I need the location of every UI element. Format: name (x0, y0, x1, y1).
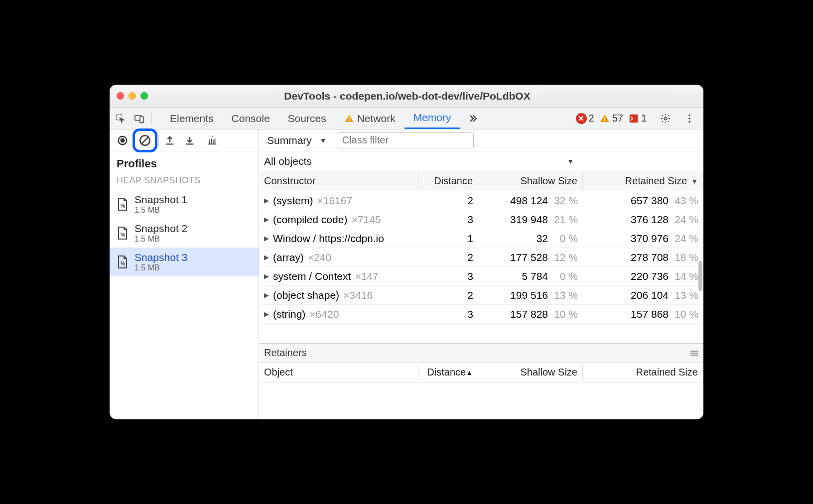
table-row[interactable]: ▶(string) ×64203157 82810 %157 86810 % (259, 305, 703, 324)
file-icon: % (117, 255, 129, 269)
clear-all-highlighted[interactable] (133, 128, 157, 152)
record-button[interactable] (113, 130, 133, 150)
constructor-name: (system) (273, 195, 313, 207)
ret-col-distance[interactable]: Distance▲ (418, 364, 478, 381)
col-retained[interactable]: Retained Size▼ (583, 172, 703, 190)
svg-line-15 (142, 137, 148, 143)
instance-count: ×3416 (343, 289, 373, 301)
separator (158, 134, 159, 146)
svg-rect-5 (604, 117, 605, 120)
constructor-name: (array) (273, 252, 304, 263)
settings-gear-icon[interactable] (658, 111, 674, 126)
device-toggle-icon[interactable] (132, 111, 147, 126)
more-tabs-chevron[interactable] (466, 113, 478, 125)
save-profile-button[interactable] (180, 130, 200, 150)
retained-value: 657 380 (631, 195, 669, 207)
retained-value: 278 708 (631, 252, 669, 263)
expand-triangle-icon[interactable]: ▶ (264, 253, 269, 261)
svg-point-13 (120, 138, 125, 142)
expand-triangle-icon[interactable]: ▶ (264, 272, 269, 280)
shallow-pct: 0 % (553, 233, 578, 245)
distance-value: 3 (418, 212, 478, 228)
distance-value: 2 (418, 193, 478, 209)
issues-count[interactable]: 1 (628, 113, 647, 124)
status-counters: ✕ 2 57 1 (576, 111, 701, 126)
snapshot-item[interactable]: %Snapshot 31.5 MB (110, 248, 259, 276)
minimize-window-button[interactable] (129, 92, 136, 100)
table-row[interactable]: ▶Window / https://cdpn.io 1320 %370 9762… (259, 229, 703, 248)
retained-pct: 13 % (674, 289, 698, 301)
svg-rect-7 (630, 114, 638, 123)
warning-count[interactable]: 57 (599, 113, 623, 124)
shallow-pct: 21 % (553, 214, 578, 226)
tab-memory[interactable]: Memory (405, 108, 460, 129)
expand-triangle-icon[interactable]: ▶ (264, 310, 269, 318)
ret-col-retained[interactable]: Retained Size (583, 364, 703, 381)
col-shallow[interactable]: Shallow Size (478, 172, 583, 190)
tab-sources[interactable]: Sources (279, 109, 335, 128)
shallow-value: 5 784 (522, 270, 548, 282)
col-constructor[interactable]: Constructor (259, 172, 418, 190)
constructors-grid: Constructor Distance Shallow Size Retain… (259, 171, 703, 419)
retained-pct: 43 % (674, 195, 698, 207)
snapshot-name: Snapshot 2 (135, 223, 187, 235)
close-window-button[interactable] (117, 92, 124, 100)
svg-rect-4 (349, 120, 350, 121)
expand-triangle-icon[interactable]: ▶ (264, 197, 269, 204)
tab-network[interactable]: Network (335, 109, 405, 128)
ret-col-shallow[interactable]: Shallow Size (478, 364, 583, 381)
col-distance[interactable]: Distance (418, 172, 478, 190)
main-toolbar: Elements Console Sources Network Memory … (110, 108, 703, 129)
load-profile-button[interactable] (160, 130, 180, 150)
kebab-menu-icon[interactable] (681, 111, 697, 126)
collect-garbage-button[interactable] (202, 130, 222, 150)
svg-rect-6 (604, 120, 605, 121)
inspect-icon[interactable] (113, 111, 129, 126)
profiles-heading: Profiles (110, 151, 259, 173)
retainers-panel: Retainers Object Distance▲ Shallow Size … (259, 343, 703, 419)
retained-pct: 24 % (674, 233, 698, 245)
issues-icon (628, 113, 639, 124)
class-filter-field[interactable] (342, 134, 468, 146)
scope-dropdown[interactable]: All objects▼ (259, 151, 703, 171)
class-filter-input[interactable] (337, 132, 474, 148)
shallow-pct: 10 % (553, 308, 578, 320)
svg-rect-3 (349, 117, 350, 120)
retained-pct: 24 % (674, 214, 698, 226)
retainers-body (259, 382, 703, 419)
svg-text:%: % (121, 203, 125, 209)
table-row[interactable]: ▶(compiled code) ×71453319 94821 %376 12… (259, 210, 703, 229)
instance-count: ×7145 (351, 214, 381, 226)
expand-triangle-icon[interactable]: ▶ (264, 216, 269, 223)
tab-elements[interactable]: Elements (161, 109, 223, 128)
shallow-value: 319 948 (510, 214, 548, 226)
ret-col-object[interactable]: Object (259, 364, 418, 381)
constructor-name: (compiled code) (273, 214, 347, 226)
snapshot-item[interactable]: %Snapshot 11.5 MB (110, 190, 259, 219)
error-count[interactable]: ✕ 2 (576, 113, 594, 124)
distance-value: 1 (418, 231, 478, 247)
table-row[interactable]: ▶(array) ×2402177 52812 %278 70818 % (259, 248, 703, 267)
expand-triangle-icon[interactable]: ▶ (264, 235, 269, 242)
shallow-value: 32 (537, 233, 548, 245)
snapshot-name: Snapshot 1 (135, 194, 187, 206)
constructor-name: Window / https://cdpn.io (273, 233, 384, 245)
snapshot-item[interactable]: %Snapshot 21.5 MB (110, 219, 259, 248)
shallow-value: 157 828 (510, 308, 548, 320)
devtools-window: DevTools - codepen.io/web-dot-dev/live/P… (110, 85, 703, 419)
hamburger-icon[interactable] (690, 350, 698, 356)
shallow-value: 498 124 (510, 195, 548, 207)
svg-point-10 (688, 118, 690, 120)
retained-value: 220 736 (631, 270, 669, 282)
table-row[interactable]: ▶(object shape) ×34162199 51613 %206 104… (259, 286, 703, 305)
warning-icon (599, 113, 610, 124)
table-row[interactable]: ▶system / Context ×14735 7840 %220 73614… (259, 267, 703, 286)
maximize-window-button[interactable] (140, 92, 148, 100)
distance-value: 2 (418, 287, 478, 303)
shallow-pct: 13 % (553, 289, 578, 301)
table-row[interactable]: ▶(system) ×161672498 12432 %657 38043 % (259, 191, 703, 210)
view-dropdown[interactable]: Summary▼ (264, 132, 330, 148)
tab-console[interactable]: Console (223, 109, 279, 128)
scrollbar-thumb[interactable] (698, 261, 702, 291)
expand-triangle-icon[interactable]: ▶ (264, 291, 269, 299)
